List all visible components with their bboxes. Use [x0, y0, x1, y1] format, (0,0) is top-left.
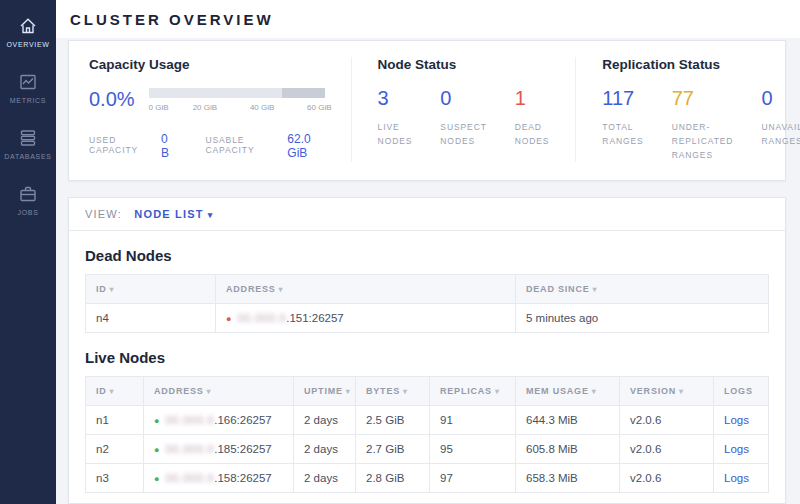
mem-usage-cell: 644.3 MiB [516, 406, 620, 435]
replicas-cell: 95 [430, 435, 516, 464]
mem-usage-cell: 605.8 MiB [516, 435, 620, 464]
redacted-address: 00.000.0 [237, 312, 286, 324]
address-suffix: .151:26257 [286, 312, 344, 324]
sidebar: OVERVIEW METRICS DATABASES JOBS [0, 0, 56, 504]
logs-cell: Logs [714, 406, 769, 435]
home-icon [18, 16, 38, 36]
dead-status-dot-icon: ● [226, 314, 231, 324]
cluster-summary-card: Capacity Usage 0.0% 0 GiB 20 GiB 40 GiB … [68, 40, 786, 181]
view-selector-dropdown[interactable]: NODE LIST▾ [134, 208, 213, 220]
logs-link[interactable]: Logs [724, 472, 749, 484]
stat-value: 0 [761, 88, 800, 108]
address-suffix: .185:26257 [214, 443, 272, 455]
live-nodes-table: ID▾ ADDRESS▾ UPTIME▾ BYTES▾ REPLICAS▾ ME… [85, 376, 769, 493]
dead-nodes-table: ID▾ ADDRESS▾ DEAD SINCE▾ n4 ●00.000.0.15… [85, 274, 769, 333]
table-row: n2 ●00.000.0.185:26257 2 days 2.7 GiB 95… [86, 435, 769, 464]
view-selected-value: NODE LIST [134, 208, 203, 220]
node-address-cell: ●00.000.0.166:26257 [144, 406, 294, 435]
databases-icon [18, 128, 38, 148]
chevron-down-icon: ▾ [208, 210, 214, 220]
version-cell: v2.0.6 [620, 435, 714, 464]
tick-label: 20 GiB [193, 103, 217, 112]
mem-usage-cell: 658.3 MiB [516, 464, 620, 493]
column-header-id[interactable]: ID▾ [86, 377, 144, 406]
sidebar-item-overview[interactable]: OVERVIEW [0, 16, 56, 48]
tick-label: 60 GiB [307, 103, 331, 112]
sidebar-item-label: DATABASES [4, 153, 51, 160]
bytes-cell: 2.8 GiB [356, 464, 430, 493]
live-status-dot-icon: ● [154, 474, 159, 484]
capacity-usage-section: Capacity Usage 0.0% 0 GiB 20 GiB 40 GiB … [89, 57, 351, 162]
bytes-cell: 2.5 GiB [356, 406, 430, 435]
stat-value: 3 [378, 88, 413, 108]
logs-link[interactable]: Logs [724, 443, 749, 455]
stat-total-ranges: 117 TOTAL RANGES [602, 88, 643, 162]
capacity-gauge-ticks: 0 GiB 20 GiB 40 GiB 60 GiB [149, 103, 325, 114]
stat-under-replicated-ranges: 77 UNDER-REPLICATED RANGES [672, 88, 734, 162]
node-id-cell: n4 [86, 304, 216, 333]
column-header-bytes[interactable]: BYTES▾ [356, 377, 430, 406]
capacity-gauge-used-segment [282, 88, 324, 98]
live-status-dot-icon: ● [154, 445, 159, 455]
node-address-cell: ●00.000.0.185:26257 [144, 435, 294, 464]
uptime-cell: 2 days [294, 406, 356, 435]
address-suffix: .166:26257 [214, 414, 272, 426]
column-header-version[interactable]: VERSION▾ [620, 377, 714, 406]
uptime-cell: 2 days [294, 464, 356, 493]
bytes-cell: 2.7 GiB [356, 435, 430, 464]
tick-label: 0 GiB [149, 103, 169, 112]
column-header-address[interactable]: ADDRESS▾ [144, 377, 294, 406]
column-header-replicas[interactable]: REPLICAS▾ [430, 377, 516, 406]
sort-icon: ▾ [495, 387, 500, 396]
sidebar-item-metrics[interactable]: METRICS [0, 72, 56, 104]
column-header-uptime[interactable]: UPTIME▾ [294, 377, 356, 406]
version-cell: v2.0.6 [620, 406, 714, 435]
capacity-usage-title: Capacity Usage [89, 57, 325, 72]
live-nodes-heading: Live Nodes [85, 349, 769, 366]
table-row: n3 ●00.000.0.158:26257 2 days 2.8 GiB 97… [86, 464, 769, 493]
node-id-cell: n2 [86, 435, 144, 464]
sidebar-item-databases[interactable]: DATABASES [0, 128, 56, 160]
sort-icon: ▾ [403, 387, 408, 396]
replication-status-title: Replication Status [602, 57, 800, 72]
stat-label: DEAD NODES [515, 120, 550, 148]
metrics-icon [18, 72, 38, 92]
node-id-cell: n3 [86, 464, 144, 493]
logs-cell: Logs [714, 435, 769, 464]
node-list-card: VIEW: NODE LIST▾ Dead Nodes ID▾ ADDRESS▾… [68, 197, 786, 504]
stat-dead-nodes: 1 DEAD NODES [515, 88, 550, 148]
dead-nodes-heading: Dead Nodes [85, 247, 769, 264]
uptime-cell: 2 days [294, 435, 356, 464]
version-cell: v2.0.6 [620, 464, 714, 493]
sort-icon: ▾ [346, 387, 351, 396]
replication-status-section: Replication Status 117 TOTAL RANGES 77 U… [575, 57, 800, 162]
sidebar-item-jobs[interactable]: JOBS [0, 184, 56, 216]
jobs-icon [18, 184, 38, 204]
view-bar: VIEW: NODE LIST▾ [69, 198, 785, 231]
logs-link[interactable]: Logs [724, 414, 749, 426]
redacted-address: 00.000.0 [165, 414, 214, 426]
stat-unavailable-ranges: 0 UNAVAILABLE RANGES [761, 88, 800, 162]
stat-label: UNDER-REPLICATED RANGES [672, 120, 734, 162]
used-capacity-value: 0 B [161, 132, 175, 160]
sidebar-item-label: METRICS [10, 97, 46, 104]
column-header-id[interactable]: ID▾ [86, 275, 216, 304]
stat-value: 117 [602, 88, 643, 108]
column-header-address[interactable]: ADDRESS▾ [216, 275, 516, 304]
sort-icon: ▾ [110, 285, 115, 294]
usable-capacity-label: USABLE CAPACITY [205, 135, 278, 155]
stat-label: UNAVAILABLE RANGES [761, 120, 800, 148]
node-address-cell: ●00.000.0.158:26257 [144, 464, 294, 493]
stat-label: TOTAL RANGES [602, 120, 643, 148]
node-id-cell: n1 [86, 406, 144, 435]
redacted-address: 00.000.0 [165, 472, 214, 484]
column-header-dead-since[interactable]: DEAD SINCE▾ [516, 275, 769, 304]
usable-capacity-value: 62.0 GiB [287, 132, 324, 160]
tick-label: 40 GiB [250, 103, 274, 112]
sort-icon: ▾ [110, 387, 115, 396]
column-header-logs: LOGS [714, 377, 769, 406]
used-capacity-label: USED CAPACITY [89, 135, 152, 155]
stat-value: 77 [672, 88, 734, 108]
stat-live-nodes: 3 LIVE NODES [378, 88, 413, 148]
column-header-mem-usage[interactable]: MEM USAGE▾ [516, 377, 620, 406]
